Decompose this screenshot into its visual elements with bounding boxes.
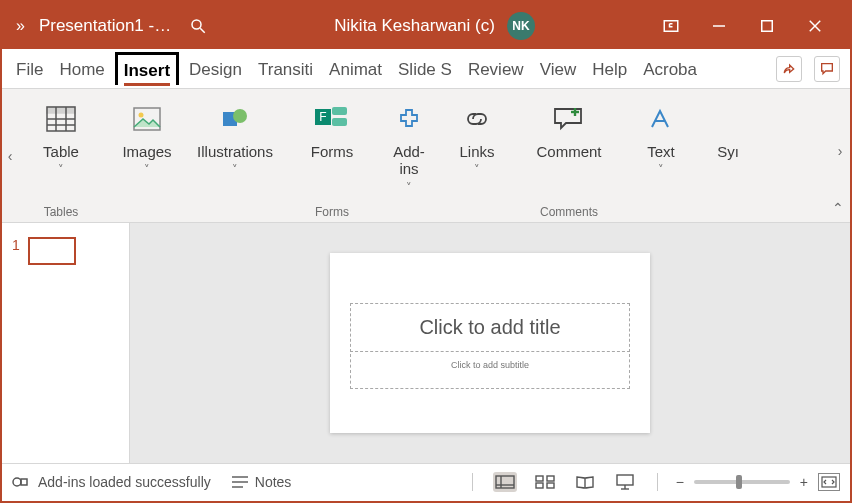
- forms-label: Forms: [311, 143, 354, 160]
- minimize-icon[interactable]: [710, 17, 728, 35]
- tab-acrobat[interactable]: Acroba: [637, 54, 703, 84]
- table-label: Table: [43, 143, 79, 160]
- subtitle-placeholder[interactable]: Click to add subtitle: [350, 354, 630, 389]
- group-label-forms: Forms: [315, 203, 349, 221]
- chevron-down-icon: ˅: [144, 163, 150, 176]
- quick-access-overflow-icon[interactable]: »: [16, 17, 21, 35]
- tab-design[interactable]: Design: [183, 54, 248, 84]
- shapes-icon: [220, 101, 250, 137]
- comments-pane-button[interactable]: [814, 56, 840, 82]
- svg-line-1: [200, 28, 205, 33]
- zoom-in-button[interactable]: +: [800, 474, 808, 490]
- share-button[interactable]: [776, 56, 802, 82]
- chevron-down-icon: ˅: [658, 163, 664, 176]
- link-icon: [463, 101, 491, 137]
- group-label-comments: Comments: [540, 203, 598, 221]
- ribbon-scroll-left-icon[interactable]: ‹: [2, 89, 18, 222]
- addins-status-text: Add-ins loaded successfully: [38, 474, 211, 490]
- group-label-tables: Tables: [44, 203, 79, 221]
- text-button[interactable]: Text ˅: [631, 95, 691, 176]
- zoom-controls: − +: [676, 473, 840, 491]
- status-bar: Add-ins loaded successfully Notes − +: [2, 463, 850, 499]
- document-title: Presentation1 -…: [39, 16, 171, 36]
- addins-label: Add- ins: [393, 143, 425, 178]
- addins-icon: [396, 101, 422, 137]
- slide-thumbnail-pane[interactable]: 1: [2, 223, 130, 463]
- tab-help[interactable]: Help: [586, 54, 633, 84]
- ribbon-tabs: File Home Insert Design Transiti Animat …: [2, 49, 850, 89]
- slide-sorter-view-icon[interactable]: [533, 472, 557, 492]
- title-bar: » Presentation1 -… Nikita Kesharwani (c)…: [2, 2, 850, 49]
- slide-thumbnail[interactable]: [28, 237, 76, 265]
- tab-slideshow[interactable]: Slide S: [392, 54, 458, 84]
- text-label: Text: [647, 143, 675, 160]
- svg-rect-5: [762, 20, 773, 31]
- symbols-label: Syı: [717, 143, 739, 160]
- zoom-slider-handle[interactable]: [736, 475, 742, 489]
- new-comment-icon: [552, 101, 586, 137]
- svg-rect-21: [332, 118, 347, 126]
- close-icon[interactable]: [806, 17, 824, 35]
- svg-rect-33: [536, 483, 543, 488]
- svg-rect-9: [47, 107, 75, 113]
- links-label: Links: [459, 143, 494, 160]
- slideshow-view-icon[interactable]: [613, 472, 637, 492]
- textbox-icon: [648, 101, 674, 137]
- svg-text:F: F: [319, 110, 326, 124]
- fit-to-window-button[interactable]: [818, 473, 840, 491]
- chevron-down-icon: ˅: [58, 163, 64, 176]
- slide-canvas-area[interactable]: Click to add title Click to add subtitle: [130, 223, 850, 463]
- thumbnail-row[interactable]: 1: [12, 237, 119, 265]
- tab-file[interactable]: File: [10, 54, 49, 84]
- svg-rect-36: [617, 475, 633, 485]
- thumbnail-number: 1: [12, 237, 20, 253]
- svg-point-15: [139, 113, 144, 118]
- slide[interactable]: Click to add title Click to add subtitle: [330, 253, 650, 433]
- tab-review[interactable]: Review: [462, 54, 530, 84]
- addins-button[interactable]: Add- ins ˅: [379, 95, 439, 194]
- table-button[interactable]: Table ˅: [22, 95, 100, 176]
- tab-transitions[interactable]: Transiti: [252, 54, 319, 84]
- chevron-down-icon: ˅: [232, 163, 238, 176]
- svg-rect-32: [547, 476, 554, 481]
- svg-point-17: [233, 109, 247, 123]
- tab-animations[interactable]: Animat: [323, 54, 388, 84]
- comment-label: Comment: [536, 143, 601, 160]
- reading-view-icon[interactable]: [573, 472, 597, 492]
- notes-label: Notes: [255, 474, 292, 490]
- account-user-name[interactable]: Nikita Kesharwani (c): [334, 16, 495, 36]
- search-icon[interactable]: [189, 17, 207, 35]
- illustrations-button[interactable]: Illustrations ˅: [185, 95, 285, 176]
- tab-home[interactable]: Home: [53, 54, 110, 84]
- collapse-ribbon-icon[interactable]: ⌃: [832, 200, 844, 216]
- forms-icon: F: [315, 101, 349, 137]
- forms-button[interactable]: F Forms: [302, 95, 362, 160]
- display-options-icon[interactable]: [662, 17, 680, 35]
- addins-status[interactable]: Add-ins loaded successfully: [12, 474, 211, 490]
- zoom-out-button[interactable]: −: [676, 474, 684, 490]
- images-label: Images: [122, 143, 171, 160]
- tab-view[interactable]: View: [534, 54, 583, 84]
- links-button[interactable]: Links ˅: [447, 95, 507, 176]
- notes-button[interactable]: Notes: [231, 474, 292, 490]
- svg-rect-20: [332, 107, 347, 115]
- svg-rect-34: [547, 483, 554, 488]
- avatar[interactable]: NK: [507, 12, 535, 40]
- symbols-button[interactable]: Syı: [708, 95, 748, 160]
- illustrations-label: Illustrations: [197, 143, 273, 160]
- svg-rect-31: [536, 476, 543, 481]
- comment-button[interactable]: Comment: [524, 95, 614, 160]
- svg-rect-28: [496, 476, 514, 488]
- title-placeholder[interactable]: Click to add title: [350, 303, 630, 352]
- ribbon-scroll-right-icon[interactable]: ›: [838, 143, 843, 159]
- picture-icon: [133, 101, 161, 137]
- table-icon: [46, 101, 76, 137]
- maximize-icon[interactable]: [758, 17, 776, 35]
- normal-view-icon[interactable]: [493, 472, 517, 492]
- svg-point-0: [192, 20, 201, 29]
- images-button[interactable]: Images ˅: [117, 95, 177, 176]
- zoom-slider[interactable]: [694, 480, 790, 484]
- view-buttons: [468, 472, 662, 492]
- chevron-down-icon: ˅: [474, 163, 480, 176]
- tab-insert[interactable]: Insert: [115, 52, 179, 85]
